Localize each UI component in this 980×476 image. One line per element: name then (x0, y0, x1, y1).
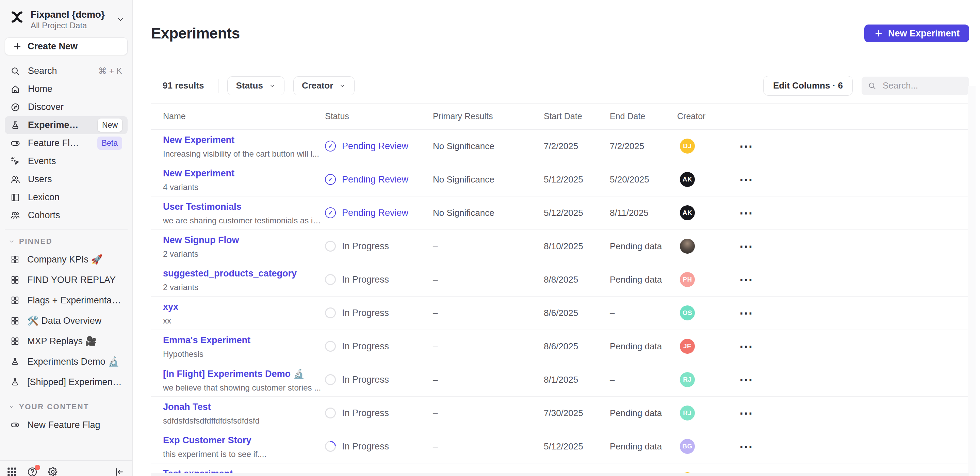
experiment-name-link[interactable]: [In Flight] Experiments Demo 🔬 (163, 368, 318, 379)
filter-chip-label: Status (236, 80, 263, 91)
experiment-name-link[interactable]: New Experiment (163, 168, 318, 179)
more-menu-icon[interactable] (735, 371, 763, 388)
status-icon (325, 374, 336, 385)
table-search-input[interactable] (882, 80, 963, 91)
end-date-cell: – (610, 375, 677, 385)
sidebar-nav-item[interactable]: Search ⌘ + K (5, 62, 127, 80)
end-date-cell: 8/11/2025 (610, 208, 677, 218)
nav-item-icon (10, 138, 21, 149)
table-row[interactable]: Emma's Experiment Hypothesis In Progress… (151, 330, 969, 363)
workspace-switcher[interactable]: Fixpanel {demo} All Project Data (0, 0, 132, 30)
experiment-name-link[interactable]: User Testimonials (163, 201, 318, 212)
experiment-subtitle: 2 variants (163, 283, 321, 292)
status-label: Pending Review (342, 174, 408, 185)
experiment-name-link[interactable]: New Signup Flow (163, 235, 318, 246)
nav-item-icon (10, 174, 21, 185)
pinned-item-label: FIND YOUR REPLAY (27, 275, 116, 285)
apps-grid-icon[interactable] (6, 466, 18, 476)
gear-icon[interactable] (47, 466, 59, 476)
table-row[interactable]: Exp Customer Story this experiment is to… (151, 430, 969, 463)
table-row[interactable]: suggested_products_category 2 variants I… (151, 263, 969, 297)
your-content-section-header[interactable]: YOUR CONTENT (5, 403, 127, 411)
row-menu-cell (735, 137, 969, 155)
start-date-cell: 7/30/2025 (544, 408, 610, 418)
chevron-down-icon (339, 82, 346, 89)
table-row[interactable]: User Testimonials we are sharing custome… (151, 196, 969, 230)
filter-chip[interactable]: Status (227, 76, 284, 95)
table-scrollbar[interactable] (968, 86, 975, 476)
start-date-cell: 5/12/2025 (544, 441, 610, 452)
pinned-item[interactable]: [Shipped] Experiments Demo 🖋️ (5, 372, 127, 392)
status-cell: In Progress (325, 341, 433, 352)
more-menu-icon[interactable] (735, 238, 763, 255)
more-menu-icon[interactable] (735, 438, 763, 455)
more-menu-icon[interactable] (735, 204, 763, 221)
primary-results-cell: – (433, 441, 544, 452)
column-header-status: Status (325, 111, 433, 121)
status-icon (325, 208, 336, 218)
experiment-name-link[interactable]: suggested_products_category (163, 268, 318, 279)
status-cell: Pending Review (325, 174, 433, 185)
sidebar-nav-item[interactable]: Home (5, 80, 127, 98)
pinned-item[interactable]: Experiments Demo 🔬 (5, 351, 127, 372)
more-menu-icon[interactable] (735, 171, 763, 188)
more-menu-icon[interactable] (735, 304, 763, 321)
sidebar-nav-item[interactable]: Experiments New (5, 116, 127, 134)
table-row[interactable]: Jonah Test sdfdsfdsfsdfdffdfdsfsdfdsfd I… (151, 397, 969, 430)
avatar (680, 239, 695, 254)
status-cell: In Progress (325, 307, 433, 318)
primary-results-cell: – (433, 375, 544, 385)
sidebar-nav-item[interactable]: Users (5, 170, 127, 188)
collapse-sidebar-icon[interactable] (113, 466, 125, 476)
project-name: All Project Data (30, 21, 105, 30)
status-cell: Pending Review (325, 208, 433, 218)
table-row[interactable]: xyx xx In Progress – 8/6/2025 – OS (151, 297, 969, 330)
sidebar-nav-item[interactable]: Cohorts (5, 206, 127, 224)
your-content-item-label: New Feature Flag (27, 420, 100, 430)
experiment-name-link[interactable]: Jonah Test (163, 402, 318, 412)
filter-chip[interactable]: Creator (293, 76, 355, 95)
table-row[interactable]: [In Flight] Experiments Demo 🔬 we believ… (151, 363, 969, 397)
create-new-button[interactable]: Create New (5, 37, 127, 55)
avatar: PH (680, 272, 695, 287)
column-header-primary-results: Primary Results (433, 111, 544, 121)
table-row[interactable]: New Experiment 4 variants Pending Review… (151, 163, 969, 196)
experiment-subtitle: this experiment is to see if.... (163, 449, 321, 459)
page-title: Experiments (151, 25, 240, 42)
more-menu-icon[interactable] (735, 137, 763, 155)
primary-results-cell: – (433, 241, 544, 252)
your-content-item[interactable]: New Feature Flag (5, 415, 127, 435)
experiment-name-link[interactable]: xyx (163, 302, 318, 312)
sidebar-nav-item[interactable]: Events (5, 152, 127, 170)
edit-columns-button[interactable]: Edit Columns · 6 (763, 76, 853, 96)
pinned-item[interactable]: FIND YOUR REPLAY (5, 270, 127, 290)
nav-item-icon (10, 66, 21, 76)
row-menu-cell (735, 404, 969, 422)
nav-item-icon (10, 192, 21, 203)
pinned-item[interactable]: Company KPIs 🚀 (5, 249, 127, 270)
sidebar-nav-item[interactable]: Discover (5, 98, 127, 116)
keyboard-shortcut: ⌘ + K (98, 66, 122, 76)
pinned-item[interactable]: MXP Replays 🎥 (5, 331, 127, 351)
sidebar-nav-item[interactable]: Feature Flags Beta (5, 134, 127, 152)
nav-item-label: Cohorts (28, 210, 60, 220)
experiment-name-link[interactable]: Exp Customer Story (163, 435, 318, 446)
end-date-cell: Pending data (610, 408, 677, 418)
pinned-item-label: 🛠️ Data Overview (27, 315, 102, 326)
pinned-item[interactable]: Flags + Experimentation Demo (5, 290, 127, 310)
new-experiment-button[interactable]: New Experiment (864, 24, 969, 42)
pinned-section-header[interactable]: PINNED (5, 237, 127, 246)
experiment-name-link[interactable]: New Experiment (163, 135, 318, 145)
sidebar-nav: Search ⌘ + K Home Discover (5, 62, 127, 224)
sidebar-nav-item[interactable]: Lexicon (5, 188, 127, 206)
more-menu-icon[interactable] (735, 404, 763, 422)
table-row[interactable]: New Signup Flow 2 variants In Progress –… (151, 230, 969, 263)
pinned-item[interactable]: 🛠️ Data Overview (5, 310, 127, 331)
more-menu-icon[interactable] (735, 271, 763, 288)
experiment-name-link[interactable]: Emma's Experiment (163, 335, 318, 346)
start-date-cell: 8/6/2025 (544, 341, 610, 352)
table-search-box[interactable] (862, 77, 969, 95)
more-menu-icon[interactable] (735, 338, 763, 355)
help-icon[interactable] (27, 466, 38, 476)
table-row[interactable]: New Experiment Increasing visibility of … (151, 130, 969, 163)
